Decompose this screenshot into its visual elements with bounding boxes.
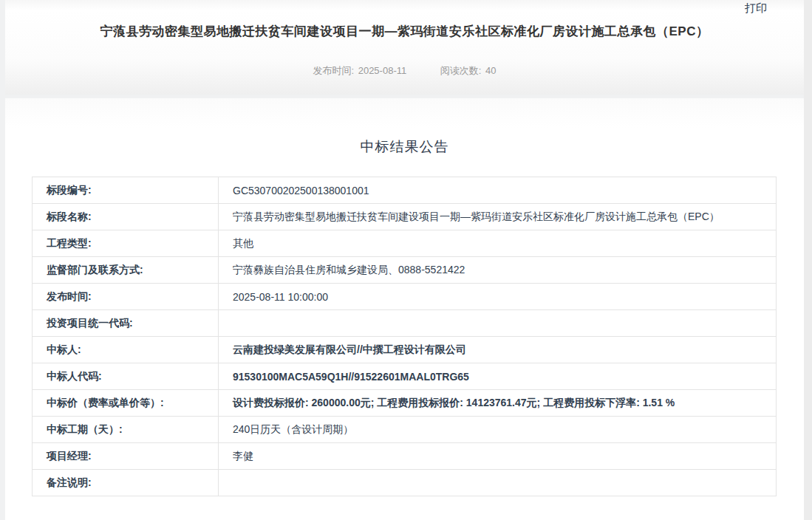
field-label: 中标人: <box>33 337 219 363</box>
table-row-publish-time: 发布时间: 2025-08-11 10:00:00 <box>33 284 777 310</box>
field-value: 李健 <box>219 443 777 470</box>
publish-time-label: 发布时间: <box>313 65 354 76</box>
field-value <box>219 470 777 496</box>
field-label: 投资项目统一代码: <box>33 310 219 337</box>
table-row-winner: 中标人: 云南建投绿美发展有限公司//中撰工程设计有限公司 <box>33 337 777 363</box>
field-label: 监督部门及联系方式: <box>33 257 219 284</box>
result-table: 标段编号: GC530700202500138001001 标段名称: 宁蒗县劳… <box>32 177 777 496</box>
table-row-section-name: 标段名称: 宁蒗县劳动密集型易地搬迁扶贫车间建设项目一期—紫玛街道安乐社区标准化… <box>33 204 777 230</box>
table-row-project-type: 工程类型: 其他 <box>33 230 777 257</box>
publish-time: 发布时间: 2025-08-11 <box>313 64 406 78</box>
table-row-remarks: 备注说明: <box>33 470 777 496</box>
field-label: 中标价（费率或单价等）: <box>33 390 219 417</box>
field-value: 宁蒗县劳动密集型易地搬迁扶贫车间建设项目一期—紫玛街道安乐社区标准化厂房设计施工… <box>219 204 777 230</box>
table-row-supervisor-contact: 监督部门及联系方式: 宁蒗彝族自治县住房和城乡建设局、0888-5521422 <box>33 257 777 284</box>
field-label: 标段名称: <box>33 204 219 230</box>
field-value: 宁蒗彝族自治县住房和城乡建设局、0888-5521422 <box>219 257 777 284</box>
table-row-winner-code: 中标人代码: 91530100MAC5A59Q1H//91522601MAAL0… <box>33 363 777 390</box>
view-count-label: 阅读次数: <box>440 65 482 76</box>
announcement-title: 中标结果公告 <box>5 137 804 157</box>
field-value: 云南建投绿美发展有限公司//中撰工程设计有限公司 <box>219 337 777 363</box>
field-label: 工程类型: <box>33 230 219 257</box>
field-label: 项目经理: <box>33 443 219 470</box>
view-count-value: 40 <box>485 65 496 76</box>
scrollbar-track[interactable] <box>804 0 812 520</box>
field-value: 其他 <box>219 230 777 257</box>
header-title-row: 宁蒗县劳动密集型易地搬迁扶贫车间建设项目一期—紫玛街道安乐社区标准化厂房设计施工… <box>5 0 804 40</box>
table-row-duration: 中标工期（天）: 240日历天（含设计周期） <box>33 417 777 443</box>
table-row-project-manager: 项目经理: 李健 <box>33 443 777 470</box>
field-value: 91530100MAC5A59Q1H//91522601MAAL0TRG65 <box>219 363 777 390</box>
field-value: 240日历天（含设计周期） <box>219 417 777 443</box>
field-label: 备注说明: <box>33 470 219 496</box>
field-label: 中标工期（天）: <box>33 417 219 443</box>
field-label: 标段编号: <box>33 177 219 204</box>
print-button[interactable]: 打印 <box>745 1 767 16</box>
field-label: 中标人代码: <box>33 363 219 390</box>
field-value: 2025-08-11 10:00:00 <box>219 284 777 310</box>
table-row-section-code: 标段编号: GC530700202500138001001 <box>33 177 777 204</box>
field-value: GC530700202500138001001 <box>219 177 777 204</box>
announcement-page: 宁蒗县劳动密集型易地搬迁扶贫车间建设项目一期—紫玛街道安乐社区标准化厂房设计施工… <box>0 0 812 520</box>
announcement-header: 宁蒗县劳动密集型易地搬迁扶贫车间建设项目一期—紫玛街道安乐社区标准化厂房设计施工… <box>5 0 804 95</box>
meta-row: 发布时间: 2025-08-11 阅读次数: 40 <box>5 64 804 78</box>
page-title: 宁蒗县劳动密集型易地搬迁扶贫车间建设项目一期—紫玛街道安乐社区标准化厂房设计施工… <box>100 23 709 40</box>
field-value: 设计费投标报价: 260000.00元; 工程费用投标报价: 14123761.… <box>219 390 777 417</box>
announcement-body: 中标结果公告 标段编号: GC530700202500138001001 标段名… <box>5 98 804 520</box>
field-value <box>219 310 777 337</box>
view-count: 阅读次数: 40 <box>440 64 497 78</box>
table-row-investment-code: 投资项目统一代码: <box>33 310 777 337</box>
table-row-winning-price: 中标价（费率或单价等）: 设计费投标报价: 260000.00元; 工程费用投标… <box>33 390 777 417</box>
publish-time-value: 2025-08-11 <box>358 65 407 76</box>
field-label: 发布时间: <box>33 284 219 310</box>
